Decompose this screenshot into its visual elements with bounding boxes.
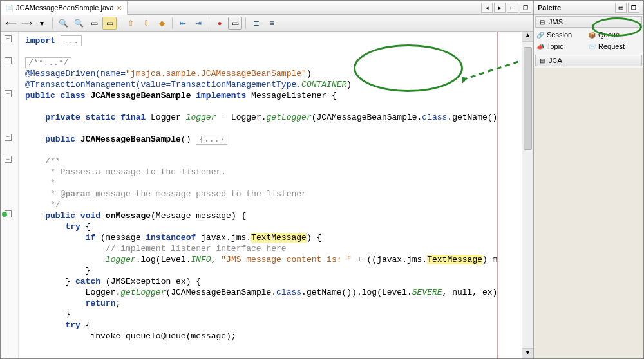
toolbar-find-button[interactable]: 🔍 [56, 17, 70, 30]
palette-section-label: JMS [549, 18, 563, 26]
toolbar-divider [209, 17, 209, 29]
palette-item-label: Topic [547, 42, 564, 50]
tab-label: JCAMessageBeanSample.java [16, 4, 114, 12]
toolbar-divider [120, 17, 120, 29]
palette-max-button[interactable]: ❐ [628, 3, 639, 13]
fold-toggle-icon[interactable]: + [5, 35, 12, 42]
toolbar-macro-record-button[interactable]: ● [213, 17, 227, 30]
palette-section-jms-items: 🔗Session 📦Queue 📣Topic 📨Request [534, 29, 643, 53]
palette-section-label: JCA [549, 57, 562, 64]
editor-gutter: + + − + − − [1, 32, 19, 358]
editor-tab-active[interactable]: 📄 JCAMessageBeanSample.java ✕ [1, 1, 128, 15]
palette-title-bar: Palette ▭ ❐ [534, 1, 643, 15]
toolbar-find-prev-button[interactable]: 🔍 [71, 17, 86, 30]
scroll-down-button[interactable]: ▼ [522, 348, 533, 358]
session-icon: 🔗 [536, 31, 544, 39]
toolbar-shift-left-button[interactable]: ⇤ [176, 17, 190, 30]
palette-item-session[interactable]: 🔗Session [535, 29, 587, 41]
override-marker-icon[interactable] [2, 212, 7, 217]
source-code[interactable]: import ... /**...*/ @MessageDriven(name=… [19, 32, 522, 345]
editor-tabbar: 📄 JCAMessageBeanSample.java ✕ ◂ ▸ ▢ ❐ [1, 1, 533, 15]
topic-icon: 📣 [536, 42, 544, 50]
collapse-icon: ⊟ [538, 57, 546, 64]
palette-item-label: Session [547, 31, 572, 39]
palette-item-label: Queue [598, 31, 620, 39]
toolbar-uncomment-button[interactable]: ≡ [265, 17, 279, 30]
scroll-track[interactable] [522, 42, 533, 348]
request-icon: 📨 [588, 42, 596, 50]
vertical-scrollbar[interactable]: ▲ ▼ [522, 32, 533, 358]
palette-title: Palette [538, 4, 561, 12]
scroll-tabs-left-button[interactable]: ◂ [481, 3, 493, 13]
fold-toggle-icon[interactable]: − [5, 90, 12, 97]
toolbar-selection-button[interactable]: ▭ [102, 17, 117, 30]
fold-toggle-icon[interactable]: + [5, 134, 12, 141]
palette-item-topic[interactable]: 📣Topic [535, 41, 587, 52]
toolbar-divider [52, 17, 53, 29]
editor-toolbar: ⟸ ⟹ ▾ 🔍 🔍 ▭ ▭ ⇧ ⇩ ◆ ⇤ ⇥ ● ▭ ≣ ≡ [1, 15, 533, 32]
scroll-thumb[interactable] [524, 47, 532, 150]
toolbar-shift-right-button[interactable]: ⇥ [191, 17, 205, 30]
toolbar-macro-play-button[interactable]: ▭ [228, 17, 242, 30]
toolbar-divider [172, 17, 173, 29]
palette-item-request[interactable]: 📨Request [587, 41, 638, 52]
maximize-button[interactable]: ▢ [507, 3, 518, 13]
toolbar-toggle-bookmark-button[interactable]: ◆ [155, 17, 169, 30]
tab-close-icon[interactable]: ✕ [117, 5, 122, 12]
toolbar-comment-button[interactable]: ≣ [249, 17, 263, 30]
palette-body [534, 68, 643, 358]
palette-section-jms[interactable]: ⊟ JMS [535, 16, 642, 28]
toolbar-dropdown1-button[interactable]: ▾ [35, 17, 49, 30]
toolbar-nav-back-button[interactable]: ⟸ [4, 17, 18, 30]
toolbar-divider [245, 17, 246, 29]
palette-section-jca[interactable]: ⊟ JCA [535, 55, 642, 66]
java-file-icon: 📄 [6, 4, 14, 12]
scroll-tabs-right-button[interactable]: ▸ [494, 3, 506, 13]
palette-item-queue[interactable]: 📦Queue [587, 29, 638, 41]
scroll-up-button[interactable]: ▲ [522, 32, 533, 42]
toolbar-prev-bookmark-button[interactable]: ⇧ [124, 17, 138, 30]
print-margin-line [497, 32, 498, 358]
palette-item-label: Request [598, 42, 625, 50]
toolbar-next-bookmark-button[interactable]: ⇩ [139, 17, 153, 30]
toolbar-nav-fwd-button[interactable]: ⟹ [19, 17, 33, 30]
palette-min-button[interactable]: ▭ [615, 3, 627, 13]
fold-toggle-icon[interactable]: − [5, 156, 12, 163]
fold-toggle-icon[interactable]: + [5, 57, 12, 64]
restore-button[interactable]: ❐ [520, 3, 531, 13]
toolbar-highlight-button[interactable]: ▭ [87, 17, 101, 30]
queue-icon: 📦 [588, 31, 596, 39]
editor-viewport[interactable]: import ... /**...*/ @MessageDriven(name=… [19, 32, 522, 358]
collapse-icon: ⊟ [538, 18, 546, 26]
